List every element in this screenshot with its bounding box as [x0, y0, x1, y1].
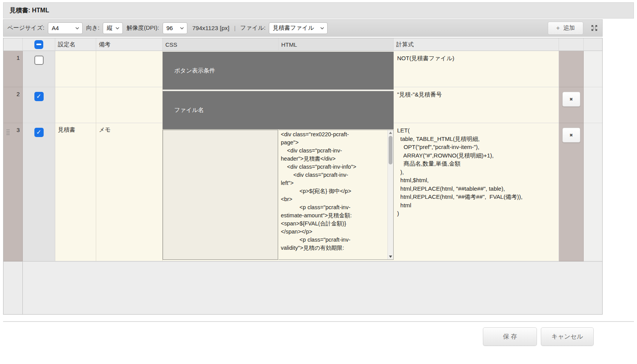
- row-checkbox[interactable]: ✓: [34, 128, 44, 137]
- formula-cell[interactable]: NOT(見積書ファイル): [394, 51, 559, 87]
- memo-cell[interactable]: [96, 51, 163, 87]
- drag-handle[interactable]: [6, 129, 10, 135]
- row-number: 3: [17, 127, 20, 133]
- row-actions-cell: ✖: [559, 123, 584, 261]
- name-cell[interactable]: [55, 87, 96, 123]
- check-icon: ✓: [36, 93, 41, 100]
- memo-cell[interactable]: メモ: [96, 123, 163, 261]
- file-name-field: ファイル名: [163, 91, 394, 129]
- editor-host-cell: ファイル名: [163, 87, 394, 123]
- header-name: 設定名: [55, 38, 96, 51]
- row-spacer-cell: [584, 87, 602, 123]
- check-icon: ✓: [36, 129, 41, 135]
- select-all-checkbox[interactable]: [34, 40, 43, 49]
- scroll-up-arrow-icon[interactable]: [389, 132, 392, 134]
- html-editor-cell: <div class="rex0220-pcraft- page"> <div …: [279, 123, 394, 261]
- html-editor-scrollbar[interactable]: [387, 130, 393, 259]
- page-size-label: ページサイズ:: [7, 24, 44, 32]
- header-memo: 備考: [96, 38, 163, 51]
- indeterminate-icon: [36, 44, 41, 45]
- file-label: ファイル:: [240, 24, 266, 32]
- button-display-condition-field: ボタン表示条件: [163, 52, 394, 90]
- row-checkbox-cell: ✓: [23, 87, 55, 123]
- page-size-value: A4: [52, 25, 59, 31]
- orientation-label: 向き:: [86, 24, 100, 32]
- delete-icon: ✖: [569, 133, 573, 138]
- settings-table: 設定名 備考 CSS HTML 計算式 1 ボタン表示条件 NOT(見積書ファイ…: [3, 38, 603, 315]
- header-spacer: [584, 38, 602, 51]
- delete-row-button[interactable]: ✖: [562, 92, 580, 107]
- header-checkbox-cell: [23, 38, 55, 51]
- cancel-button[interactable]: キャンセル: [541, 327, 594, 346]
- row-number: 1: [3, 51, 23, 87]
- pixel-dimensions: 794x1123 [px]: [192, 25, 229, 32]
- chevron-down-icon: [320, 27, 324, 29]
- header-html: HTML: [279, 38, 394, 51]
- delete-row-button[interactable]: ✖: [562, 128, 580, 142]
- chevron-down-icon: [75, 27, 79, 29]
- orientation-value: 縦: [107, 24, 112, 32]
- add-row-button[interactable]: + 追加: [548, 22, 583, 35]
- delete-icon: ✖: [569, 97, 573, 102]
- chevron-down-icon: [116, 27, 119, 29]
- row-checkbox[interactable]: ✓: [34, 92, 44, 101]
- orientation-select[interactable]: 縦: [103, 22, 123, 34]
- name-cell[interactable]: 見積書: [55, 123, 96, 261]
- html-code[interactable]: <div class="rex0220-pcraft- page"> <div …: [279, 130, 393, 252]
- footer-divider: [3, 321, 634, 322]
- dpi-value: 96: [166, 25, 173, 31]
- editor-host-cell: ボタン表示条件: [163, 51, 394, 87]
- dpi-select[interactable]: 96: [163, 22, 187, 34]
- file-select[interactable]: 見積書ファイル: [269, 22, 328, 34]
- toolbar: ページサイズ: A4 向き: 縦 解像度(DPI): 96 794x1123 […: [3, 19, 603, 37]
- drag-dots-icon: [6, 129, 10, 135]
- row-number-cell: 3: [3, 123, 23, 261]
- filler-rownum-column: [3, 261, 23, 314]
- row-checkbox[interactable]: [34, 56, 44, 65]
- fullscreen-toggle[interactable]: [591, 25, 598, 31]
- html-editor[interactable]: <div class="rex0220-pcraft- page"> <div …: [279, 130, 394, 260]
- expand-icon: [591, 25, 598, 31]
- formula-cell[interactable]: LET( table, TABLE_HTML(見積明細, OPT("pref",…: [394, 123, 559, 261]
- header-formula: 計算式: [394, 38, 559, 51]
- chevron-down-icon: [180, 27, 184, 29]
- memo-cell[interactable]: [96, 87, 163, 123]
- row-checkbox-cell: ✓: [23, 123, 55, 261]
- row-checkbox-cell: [23, 51, 55, 87]
- header-rownum: [3, 38, 23, 51]
- header-css: CSS: [163, 38, 279, 51]
- formula-cell[interactable]: "見積-"&見積番号: [394, 87, 559, 123]
- save-button[interactable]: 保 存: [483, 327, 537, 346]
- name-cell[interactable]: [55, 51, 96, 87]
- add-button-label: 追加: [563, 24, 575, 32]
- row-number: 2: [3, 87, 23, 123]
- scrollbar-thumb[interactable]: [389, 136, 392, 164]
- css-editor[interactable]: [163, 130, 278, 260]
- scroll-down-arrow-icon[interactable]: [389, 256, 392, 258]
- row-actions-cell: ✖: [559, 87, 584, 123]
- toolbar-separator: |: [234, 25, 236, 31]
- dialog-title-bar: 見積書: HTML: [3, 2, 634, 19]
- plus-icon: +: [556, 25, 560, 32]
- header-actions: [559, 38, 584, 51]
- file-value: 見積書ファイル: [273, 24, 314, 32]
- css-editor-cell: [163, 123, 279, 261]
- row-spacer-cell: [584, 51, 602, 87]
- dpi-label: 解像度(DPI):: [126, 24, 159, 32]
- row-spacer-cell: [584, 123, 602, 261]
- filler-area: [23, 261, 602, 314]
- page-title: 見積書: HTML: [10, 7, 49, 15]
- row-actions-cell: [559, 51, 584, 87]
- page-size-select[interactable]: A4: [48, 22, 83, 34]
